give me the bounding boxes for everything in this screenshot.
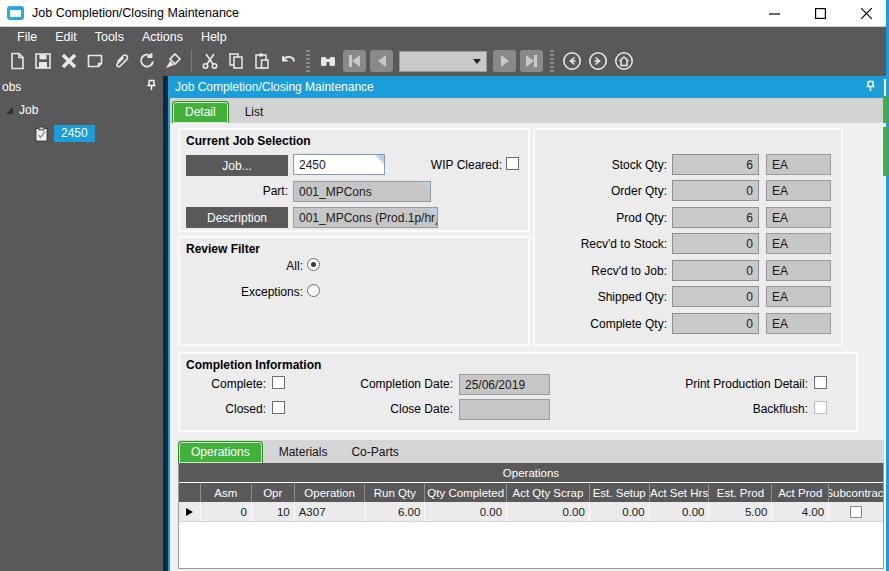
grid-row-1[interactable]: 0 10 A307 6.00 0.00 0.00 0.00 0.00 5.00 … [179, 502, 883, 522]
tab-operations[interactable]: Operations [178, 441, 263, 463]
col-run-qty[interactable]: Run Qty [365, 483, 425, 502]
completion-date-field: 25/06/2019 [459, 374, 550, 395]
description-button[interactable]: Description [186, 207, 288, 228]
copy-button[interactable] [223, 48, 249, 74]
col-subcontract[interactable]: Subcontract [829, 483, 883, 502]
tab-materials[interactable]: Materials [267, 442, 340, 463]
print-production-detail-checkbox[interactable] [814, 376, 827, 389]
closed-checkbox[interactable] [272, 401, 285, 414]
col-qty-completed[interactable]: Qty Completed [425, 483, 507, 502]
stock-qty-uom: EA [772, 158, 788, 172]
menu-actions[interactable]: Actions [133, 27, 192, 46]
cell-est-prod[interactable]: 5.00 [709, 502, 772, 521]
cell-opr[interactable]: 10 [252, 502, 295, 521]
shipped-qty-uom: EA [772, 290, 788, 304]
col-asm[interactable]: Asm [201, 483, 252, 502]
field-fold-decoration [375, 155, 384, 164]
complete-qty-uom-field: EA [766, 313, 831, 334]
nav-first-button[interactable] [343, 50, 366, 72]
save-icon [33, 51, 53, 71]
col-est-setup[interactable]: Est. Setup [590, 483, 650, 502]
order-qty-field: 0 [672, 180, 759, 201]
nav-last-button[interactable] [520, 50, 543, 72]
close-button[interactable] [843, 0, 889, 26]
nav-next-button[interactable] [493, 50, 516, 72]
paste-button[interactable] [249, 48, 275, 74]
col-operation[interactable]: Operation [295, 483, 366, 502]
nav-prev-icon [378, 55, 386, 67]
pin-icon[interactable] [146, 79, 157, 94]
attachment-button[interactable] [108, 48, 134, 74]
memo-button[interactable] [82, 48, 108, 74]
operations-grid: Operations Asm Opr Operation Run Qty Qty… [178, 463, 884, 569]
complete-checkbox[interactable] [272, 376, 285, 389]
pin-icon-main[interactable] [865, 80, 876, 95]
menu-tools[interactable]: Tools [86, 27, 133, 46]
prod-qty-uom-field: EA [766, 207, 831, 228]
save-button[interactable] [30, 48, 56, 74]
nav-last-icon [526, 55, 537, 67]
job-input[interactable]: 2450 [293, 154, 385, 175]
tab-list[interactable]: List [233, 102, 276, 123]
col-est-prod[interactable]: Est. Prod [709, 483, 772, 502]
stock-qty-label: Stock Qty: [545, 158, 667, 172]
record-combo[interactable] [399, 51, 487, 72]
cell-operation[interactable]: A307 [295, 502, 366, 521]
recvd-job-field: 0 [672, 260, 759, 281]
cut-button[interactable] [197, 48, 223, 74]
forward-button[interactable] [585, 48, 611, 74]
undo-button[interactable] [275, 48, 301, 74]
tree-node-job[interactable]: Job [6, 103, 163, 117]
docked-tab-sliver-2 [883, 127, 887, 176]
menu-edit[interactable]: Edit [46, 27, 86, 46]
print-production-detail-label: Print Production Detail: [650, 377, 808, 391]
combo-dropdown-icon [473, 59, 481, 64]
job-button[interactable]: Job... [186, 155, 288, 176]
nav-prev-button[interactable] [370, 50, 393, 72]
exceptions-label: Exceptions: [205, 285, 303, 299]
cell-subcontract[interactable] [829, 502, 883, 521]
minimize-icon [769, 8, 780, 19]
col-act-set-hrs[interactable]: Act Set Hrs [650, 483, 710, 502]
maximize-button[interactable] [797, 0, 843, 26]
panel-splitter[interactable] [163, 76, 170, 571]
subcontract-checkbox[interactable] [850, 506, 862, 518]
description-field-value: 001_MPCons (Prod.1p/hr) [299, 211, 438, 225]
all-radio[interactable] [307, 258, 320, 271]
cell-run-qty[interactable]: 6.00 [366, 502, 426, 521]
search-button[interactable] [315, 48, 341, 74]
col-act-prod[interactable]: Act Prod [772, 483, 829, 502]
tree-item-job-2450[interactable]: 2450 [34, 125, 163, 142]
new-document-icon [7, 51, 27, 71]
new-button[interactable] [4, 48, 30, 74]
cell-act-set-hrs[interactable]: 0.00 [650, 502, 710, 521]
wip-cleared-checkbox[interactable] [506, 157, 519, 170]
tree-expander-icon[interactable] [6, 107, 13, 114]
cell-asm[interactable]: 0 [201, 502, 252, 521]
cell-act-prod[interactable]: 4.00 [772, 502, 829, 521]
cell-act-qty-scrap[interactable]: 0.00 [507, 502, 590, 521]
sheet-tabstrip: Operations Materials Co-Parts [178, 440, 884, 463]
cell-qty-completed[interactable]: 0.00 [425, 502, 507, 521]
current-job-selection-group: Current Job Selection Job... 2450 WIP Cl… [178, 128, 530, 232]
col-act-qty-scrap[interactable]: Act Qty Scrap [507, 483, 590, 502]
order-qty-label: Order Qty: [545, 184, 667, 198]
tab-co-parts[interactable]: Co-Parts [339, 442, 410, 463]
cell-est-setup[interactable]: 0.00 [590, 502, 650, 521]
maximize-icon [815, 8, 826, 19]
back-button[interactable] [559, 48, 585, 74]
refresh-button[interactable] [134, 48, 160, 74]
minimize-button[interactable] [751, 0, 797, 26]
menu-help[interactable]: Help [192, 27, 236, 46]
home-button[interactable] [611, 48, 637, 74]
exceptions-radio[interactable] [307, 284, 320, 297]
clean-button[interactable] [160, 48, 186, 74]
row-selector-cell[interactable] [179, 502, 201, 521]
col-opr[interactable]: Opr [252, 483, 295, 502]
review-filter-group: Review Filter All: Exceptions: [178, 236, 530, 346]
refresh-icon [137, 51, 157, 71]
menu-file[interactable]: File [8, 27, 46, 46]
delete-button[interactable] [56, 48, 82, 74]
tab-detail[interactable]: Detail [172, 101, 229, 123]
shipped-qty-uom-field: EA [766, 286, 831, 307]
